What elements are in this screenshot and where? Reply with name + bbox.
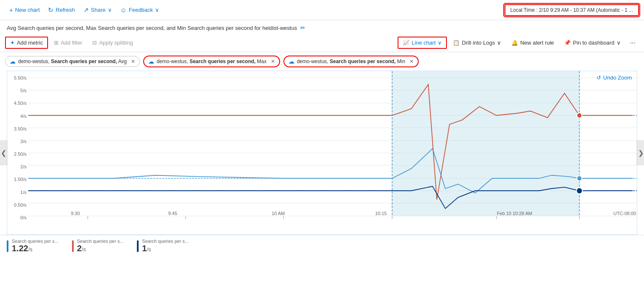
smiley-icon: ☺ [120, 6, 127, 13]
legend-item-min: Search queries per s... 1/s [137, 239, 189, 253]
chart-type-button[interactable]: 📈 Line chart ∨ [398, 37, 447, 49]
svg-point-20 [577, 113, 582, 118]
feedback-button[interactable]: ☺ Feedback ∨ [116, 4, 163, 16]
legend-area: Search queries per s... 1.22/s Search qu… [0, 235, 644, 257]
chart-nav-right[interactable]: ❯ [636, 140, 644, 165]
metric-tags-row: ☁ demo-westus, Search queries per second… [0, 52, 644, 71]
legend-value-avg: 1.22/s [12, 244, 59, 253]
split-icon: ⊟ [92, 40, 97, 46]
top-toolbar: + New chart ↻ Refresh ↗ Share ∨ ☺ Feedba… [0, 0, 644, 20]
legend-value-max: 2/s [77, 244, 124, 253]
legend-swatch-min [137, 240, 139, 252]
legend-swatch-max [72, 240, 74, 252]
share-icon: ↗ [83, 6, 89, 14]
chart-title: Avg Search queries per second, Max Searc… [7, 25, 297, 31]
metric-tag-min: ☁ demo-westus, Search queries per second… [283, 56, 419, 67]
alert-icon: 🔔 [511, 40, 518, 46]
filter-icon: ⊞ [54, 40, 59, 46]
add-filter-button[interactable]: ⊞ Add filter [50, 37, 86, 48]
refresh-button[interactable]: ↻ Refresh [44, 4, 79, 16]
metric-tag-label: demo-westus, Search queries per second, … [157, 58, 267, 64]
refresh-icon: ↻ [48, 6, 53, 14]
new-alert-rule-button[interactable]: 🔔 New alert rule [507, 37, 558, 48]
legend-value-min: 1/s [142, 244, 189, 253]
logs-icon: 📋 [453, 40, 460, 46]
x-label-930: 9:30 [71, 211, 80, 216]
remove-metric-max-button[interactable]: ✕ [271, 58, 275, 64]
time-range-selector[interactable]: Local Time : 2/10 9:29 AM - 10:37 AM (Au… [505, 4, 639, 16]
pin-icon: 📌 [564, 40, 571, 46]
undo-icon: ↺ [596, 74, 601, 81]
line-chart-icon: 📈 [403, 40, 409, 46]
zoom-region [392, 71, 580, 216]
chevron-down-icon: ∨ [438, 40, 442, 46]
metric-tag-label: demo-westus, Search queries per second, … [18, 58, 127, 64]
x-label-10am: 10 AM [272, 211, 285, 216]
cloud-icon: ☁ [148, 58, 154, 65]
cloud-icon: ☁ [289, 58, 294, 65]
add-metric-button[interactable]: ✦ Add metric [5, 37, 48, 49]
chart-title-row: Avg Search queries per second, Max Searc… [0, 20, 644, 34]
chevron-down-icon: ∨ [617, 40, 621, 46]
cloud-icon: ☁ [10, 58, 16, 65]
legend-label-avg: Search queries per s... [12, 239, 59, 244]
remove-metric-avg-button[interactable]: ✕ [131, 58, 135, 64]
svg-point-22 [577, 188, 583, 194]
chevron-down-icon: ∨ [108, 7, 112, 13]
legend-item-max: Search queries per s... 2/s [72, 239, 124, 253]
y-axis: 5.50/s 5/s 4.50/s 4/s 3.50/s 3/s 2.50/s … [7, 71, 28, 222]
metric-tag-label: demo-westus, Search queries per second, … [297, 58, 405, 64]
share-button[interactable]: ↗ Share ∨ [79, 4, 116, 16]
x-label-1015: 10:15 [375, 211, 387, 216]
undo-zoom-button[interactable]: ↺ Undo Zoom [596, 74, 632, 81]
legend-item-avg: Search queries per s... 1.22/s [7, 239, 59, 253]
legend-label-min: Search queries per s... [142, 239, 189, 244]
chevron-down-icon: ∨ [155, 7, 159, 13]
metrics-toolbar: ✦ Add metric ⊞ Add filter ⊟ Apply splitt… [0, 34, 644, 52]
add-metric-icon: ✦ [10, 40, 15, 46]
apply-splitting-button[interactable]: ⊟ Apply splitting [88, 37, 137, 48]
remove-metric-min-button[interactable]: ✕ [409, 58, 414, 64]
x-label-utc: UTC-08:00 [613, 211, 636, 216]
chart-svg [28, 71, 637, 222]
new-chart-button[interactable]: + New chart [5, 4, 44, 16]
pin-to-dashboard-button[interactable]: 📌 Pin to dashboard ∨ [560, 37, 625, 48]
legend-swatch-avg [7, 240, 8, 252]
metric-tag-max: ☁ demo-westus, Search queries per second… [143, 56, 280, 67]
x-label-1028: Feb 10 10:28 AM [497, 211, 532, 216]
plus-icon: + [9, 6, 13, 13]
svg-point-21 [577, 175, 582, 181]
edit-title-icon[interactable]: ✏ [300, 24, 305, 31]
x-label-945: 9:45 [168, 211, 177, 216]
chevron-down-icon: ∨ [497, 40, 501, 46]
chart-area: 5.50/s 5/s 4.50/s 4/s 3.50/s 3/s 2.50/s … [7, 71, 637, 235]
more-options-button[interactable]: ··· [627, 37, 639, 49]
metric-tag-avg: ☁ demo-westus, Search queries per second… [5, 56, 140, 67]
chart-plot: 9:30 9:45 10 AM 10:15 Feb 10 10:28 AM UT… [28, 71, 637, 222]
chart-nav-left[interactable]: ❮ [0, 140, 8, 165]
drill-into-logs-button[interactable]: 📋 Drill into Logs ∨ [449, 37, 505, 48]
legend-label-max: Search queries per s... [77, 239, 124, 244]
